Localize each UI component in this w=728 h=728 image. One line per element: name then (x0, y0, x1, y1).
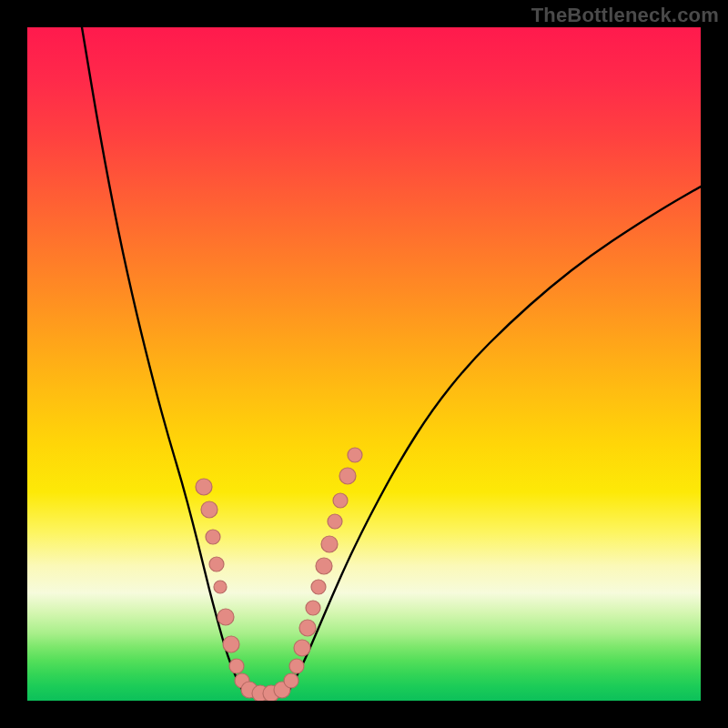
scatter-dot (209, 557, 224, 571)
curve-right-branch (288, 187, 701, 693)
scatter-dot (284, 673, 298, 688)
scatter-dot (306, 601, 320, 615)
scatter-dot (206, 530, 220, 544)
scatter-dot (196, 479, 212, 495)
scatter-dot (339, 468, 356, 484)
scatter-dot (316, 558, 332, 574)
scatter-dot (348, 448, 362, 462)
scatter-dot (217, 609, 234, 625)
watermark-label: TheBottleneck.com (531, 4, 719, 27)
scatter-dot (201, 501, 217, 518)
scatter-dot (328, 514, 342, 529)
scatter-dot (223, 636, 239, 652)
scatter-dot (321, 536, 338, 552)
scatter-dot (311, 580, 326, 594)
scatter-dot (289, 659, 304, 673)
chart-svg (27, 27, 701, 701)
scatter-group (196, 448, 362, 701)
scatter-dot (299, 620, 316, 636)
scatter-dot (214, 581, 227, 593)
scatter-dot (294, 640, 310, 656)
chart-frame: TheBottleneck.com (0, 0, 728, 728)
scatter-dot (229, 659, 244, 673)
scatter-dot (333, 493, 348, 508)
plot-area (27, 27, 701, 701)
